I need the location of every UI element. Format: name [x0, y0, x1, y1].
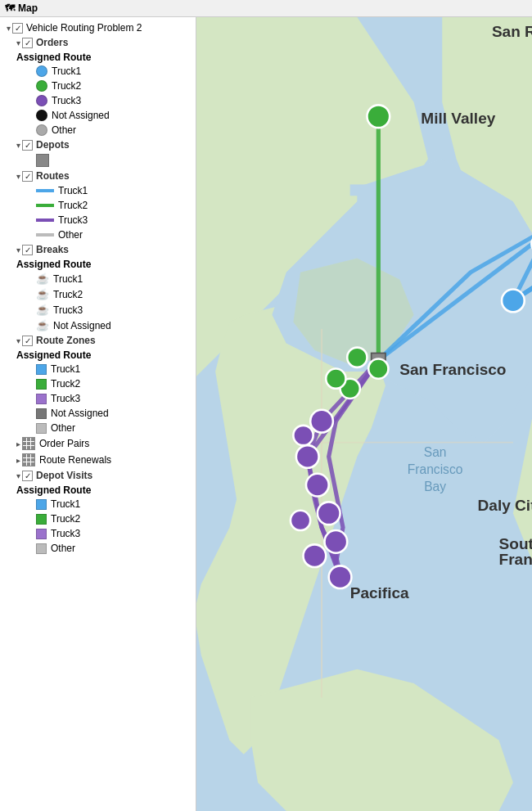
routes-checkbox[interactable] [22, 171, 33, 182]
orders-other-label: Other [52, 124, 76, 136]
orders-truck1: Truck1 [0, 64, 196, 79]
routes-truck2-color [36, 204, 54, 207]
orders-truck3-label: Truck3 [52, 95, 81, 106]
breaks-truck1-label: Truck1 [53, 273, 83, 285]
order-truck3-8[interactable] [291, 511, 310, 530]
routes-truck3-label: Truck3 [58, 214, 88, 226]
breaks-not-assigned-label: Not Assigned [53, 320, 111, 331]
route-zones-node[interactable]: ▾ Route Zones [0, 333, 196, 348]
depot-visits-truck1-label: Truck1 [51, 498, 80, 510]
route-zones-toggle[interactable]: ▾ [16, 336, 20, 345]
route-zones-truck3: Truck3 [0, 391, 196, 406]
breaks-truck3-icon: ☕ [36, 304, 49, 316]
depot-visits-checkbox[interactable] [22, 471, 33, 481]
depots-toggle[interactable]: ▾ [16, 141, 20, 150]
order-pairs-node[interactable]: ▸ Order Pairs [0, 435, 196, 452]
map-svg: San Rafael Richmond Mill Valley Berkeley… [196, 17, 532, 811]
routes-truck1-label: Truck1 [58, 185, 88, 196]
order-pairs-toggle[interactable]: ▸ [16, 439, 20, 448]
order-truck2-1[interactable] [367, 105, 390, 128]
orders-truck1-color [36, 65, 47, 77]
routes-node[interactable]: ▾ Routes [0, 169, 196, 183]
depot-visits-truck2-label: Truck2 [51, 513, 80, 525]
orders-checkbox[interactable] [22, 38, 33, 48]
routes-toggle[interactable]: ▾ [16, 172, 20, 181]
vrp-toggle[interactable]: ▾ [7, 24, 11, 33]
order-truck3-9[interactable] [293, 426, 313, 445]
label-san-rafael: San Rafael [492, 23, 532, 40]
order-truck3-5[interactable] [325, 530, 348, 553]
order-truck3-6[interactable] [329, 565, 352, 588]
depot-visits-assigned-header: Assigned Route [0, 483, 196, 497]
routes-truck2-label: Truck2 [58, 200, 88, 211]
label-south-sf: South San [499, 535, 532, 552]
depot-visits-truck2: Truck2 [0, 511, 196, 526]
order-truck2-3[interactable] [368, 358, 388, 378]
orders-other: Other [0, 123, 196, 137]
route-zones-truck3-label: Truck3 [51, 393, 80, 404]
map-header: 🗺 Map [0, 0, 532, 17]
breaks-node[interactable]: ▾ Breaks [0, 242, 196, 257]
route-zones-truck3-color [36, 394, 47, 404]
order-pairs-label: Order Pairs [39, 438, 89, 449]
routes-truck1-color [36, 189, 54, 192]
orders-toggle[interactable]: ▾ [16, 38, 20, 47]
bay-label: San [424, 445, 447, 459]
route-zones-truck1-color [36, 364, 47, 375]
breaks-label: Breaks [36, 244, 69, 255]
depots-checkbox[interactable] [22, 140, 33, 151]
order-pairs-grid-icon [22, 437, 35, 450]
depots-color [36, 154, 49, 167]
route-zones-other: Other [0, 421, 196, 435]
depot-visits-truck3-label: Truck3 [51, 528, 80, 539]
route-zones-checkbox[interactable] [22, 336, 33, 346]
vrp-checkbox[interactable] [12, 23, 23, 34]
depots-node[interactable]: ▾ Depots [0, 137, 196, 152]
route-zones-not-assigned: Not Assigned [0, 406, 196, 421]
depot-visits-label: Depot Visits [36, 470, 92, 481]
route-zones-other-label: Other [51, 422, 75, 434]
breaks-truck1: ☕ Truck1 [0, 271, 196, 286]
route-renewals-toggle[interactable]: ▸ [16, 456, 20, 465]
depots-label: Depots [36, 139, 70, 151]
routes-truck3: Truck3 [0, 213, 196, 228]
route-zones-truck2-label: Truck2 [51, 378, 80, 390]
route-renewals-grid-icon [22, 453, 35, 466]
order-truck1-1[interactable] [502, 290, 525, 313]
order-truck2-2[interactable] [347, 348, 367, 367]
orders-node[interactable]: ▾ Orders [0, 35, 196, 50]
route-zones-truck1-label: Truck1 [51, 363, 80, 375]
label-south-sf2: Francisco [499, 551, 532, 568]
depot-visits-truck1-color [36, 499, 47, 510]
depot-visits-node[interactable]: ▾ Depot Visits [0, 468, 196, 483]
depot-visits-other: Other [0, 541, 196, 556]
bay-label2: Francisco [408, 462, 463, 476]
order-truck3-7[interactable] [304, 544, 327, 567]
order-truck3-3[interactable] [306, 474, 329, 497]
breaks-toggle[interactable]: ▾ [16, 246, 20, 255]
order-truck3-2[interactable] [296, 445, 319, 468]
orders-truck3: Truck3 [0, 93, 196, 108]
orders-not-assigned-color [36, 110, 47, 121]
orders-not-assigned-label: Not Assigned [52, 110, 110, 121]
breaks-checkbox[interactable] [22, 245, 33, 255]
order-truck3-1[interactable] [310, 410, 333, 433]
label-mill-valley: Mill Valley [421, 110, 495, 127]
depot-visits-toggle[interactable]: ▾ [16, 471, 20, 480]
routes-truck2: Truck2 [0, 198, 196, 213]
legend-panel: ▾ Vehicle Routing Problem 2 ▾ Orders Ass… [0, 17, 196, 811]
routes-label: Routes [36, 170, 70, 182]
depot-visits-truck1: Truck1 [0, 497, 196, 511]
order-truck3-4[interactable] [318, 502, 340, 525]
orders-truck3-color [36, 95, 47, 106]
order-truck2-5[interactable] [326, 369, 345, 389]
map-panel[interactable]: San Rafael Richmond Mill Valley Berkeley… [196, 17, 532, 811]
breaks-truck2-icon: ☕ [36, 288, 49, 300]
route-zones-not-assigned-label: Not Assigned [51, 408, 109, 419]
route-zones-truck2: Truck2 [0, 376, 196, 391]
route-renewals-label: Route Renewals [39, 454, 111, 466]
vrp-root[interactable]: ▾ Vehicle Routing Problem 2 [0, 20, 196, 35]
route-zones-other-color [36, 423, 47, 434]
route-renewals-node[interactable]: ▸ Route Renewals [0, 452, 196, 468]
breaks-not-assigned: ☕ Not Assigned [0, 318, 196, 333]
